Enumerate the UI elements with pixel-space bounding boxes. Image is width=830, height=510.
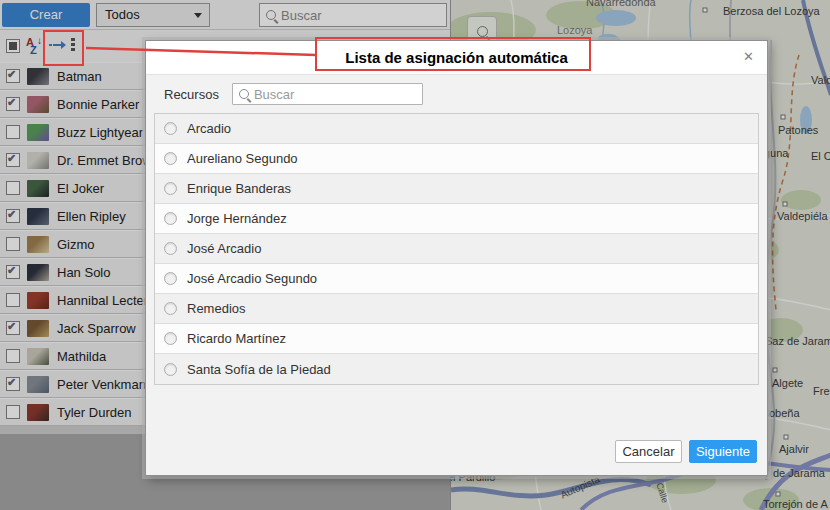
resource-radio[interactable] [164,182,177,195]
resource-row[interactable]: Arcadio [155,114,758,144]
resource-name: Remedios [187,301,246,316]
resource-row[interactable]: Enrique Banderas [155,174,758,204]
resource-name: José Arcadio Segundo [187,271,317,286]
resource-radio[interactable] [164,122,177,135]
resource-row[interactable]: Ricardo Martínez [155,324,758,354]
resources-search[interactable] [232,83,423,105]
resource-row[interactable]: Santa Sofía de la Piedad [155,354,758,384]
resource-row[interactable]: Jorge Hernández [155,204,758,234]
resource-radio[interactable] [164,332,177,345]
search-icon [239,89,249,99]
resource-name: José Arcadio [187,241,261,256]
resource-name: Aureliano Segundo [187,151,298,166]
annotation-icon-highlight [43,30,84,66]
resource-row[interactable]: José Arcadio [155,234,758,264]
resource-row[interactable]: Remedios [155,294,758,324]
resources-search-row: Recursos [164,75,423,113]
resource-radio[interactable] [164,302,177,315]
resource-row[interactable]: José Arcadio Segundo [155,264,758,294]
resource-radio[interactable] [164,363,177,376]
dialog-footer: Cancelar Siguiente [615,440,757,463]
next-button[interactable]: Siguiente [689,440,757,463]
resource-name: Enrique Banderas [187,181,291,196]
resource-radio[interactable] [164,152,177,165]
auto-assign-dialog: Lista de asignación automática ✕ Recurso… [145,40,768,476]
resource-name: Arcadio [187,121,231,136]
resource-radio[interactable] [164,272,177,285]
resource-radio[interactable] [164,212,177,225]
resources-label: Recursos [164,87,219,102]
cancel-button[interactable]: Cancelar [615,440,682,463]
close-icon[interactable]: ✕ [743,50,754,64]
resources-list: Arcadio Aureliano Segundo Enrique Bander… [154,113,759,385]
resource-radio[interactable] [164,242,177,255]
resource-name: Ricardo Martínez [187,331,286,346]
resources-search-input[interactable] [254,87,404,102]
resource-name: Jorge Hernández [187,211,287,226]
application-window: Crear Todos A↓Z ✔ Batman ✔ [0,0,830,510]
annotation-title-highlight [315,37,591,71]
resource-name: Santa Sofía de la Piedad [187,362,331,377]
resource-row[interactable]: Aureliano Segundo [155,144,758,174]
